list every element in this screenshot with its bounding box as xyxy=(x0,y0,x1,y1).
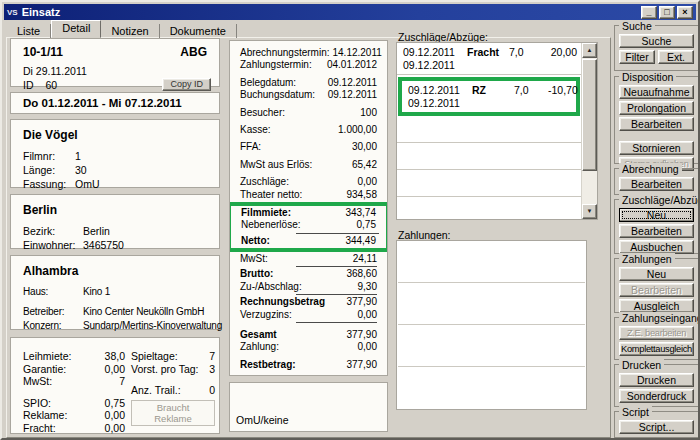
billing-row-abrechnungstermin: Abrechnungstermin:14.12.2011 xyxy=(230,47,387,59)
billing-row-restbetrag: Restbetrag:377,90 xyxy=(230,359,387,371)
neuaufnahme-button[interactable]: Neuaufnahme xyxy=(619,85,694,99)
close-icon[interactable]: × xyxy=(677,6,693,19)
city-box: Berlin Bezirk: Berlin Einwohner: 3465750 xyxy=(10,194,220,249)
tab-dokumente[interactable]: Dokumente xyxy=(160,24,237,38)
scroll-thumb[interactable] xyxy=(582,59,597,171)
cinema-box: Alhambra Haus: Kino 1 Betreiber: Kino Ce… xyxy=(10,255,220,330)
booking-code: ABG xyxy=(180,45,207,59)
sidebar-group-zuschlaege: Zuschläge/Abzüge Neu Bearbeiten Ausbuche… xyxy=(614,199,699,254)
list-item[interactable] xyxy=(398,241,585,283)
period-text: Do 01.12.2011 - Mi 07.12.2011 xyxy=(23,97,207,109)
billing-row-kasse: Kasse:1.000,00 xyxy=(230,124,387,136)
ext-button[interactable]: Ext. xyxy=(658,50,694,64)
billing-row-zahlung: Zahlung:0,00 xyxy=(230,341,387,353)
window: VS Einsatz _ □ × Liste Detail Notizen Do… xyxy=(0,0,700,440)
scroll-up-icon[interactable]: ▲ xyxy=(582,43,597,58)
billing-row-besucher: Besucher:100 xyxy=(230,107,387,119)
film-row-laenge: Länge: 30 xyxy=(23,164,207,176)
sidebar-group-script: Script Script... xyxy=(614,411,699,438)
script-button[interactable]: Script... xyxy=(619,420,694,434)
billing-row-nebenerloese: Nebenerlöse:0,75 xyxy=(231,219,386,231)
list-item[interactable] xyxy=(398,367,585,409)
note-text: OmU/keine xyxy=(236,414,289,426)
ausgleich-button[interactable]: Ausgleich xyxy=(619,299,694,313)
filter-button[interactable]: Filter xyxy=(619,50,655,64)
maximize-icon[interactable]: □ xyxy=(659,6,675,19)
sidebar-group-abrechnung: Abrechnung Bearbeiten xyxy=(614,168,699,195)
condition-row-anz-trail: Anz. Trail.: 0 xyxy=(131,384,215,397)
film-row-fassung: Fassung: OmU xyxy=(23,178,207,190)
billing-row-theater-netto: Theater netto:934,58 xyxy=(230,189,387,201)
condition-row-reklame: Reklame: 0,00 xyxy=(23,409,125,422)
surcharges-list[interactable]: 09.12.2011 Fracht 7,0 20,00 09.12.2011 0… xyxy=(396,42,598,220)
sum-line xyxy=(296,322,377,323)
billing-row-mwst-aus-erloes: MwSt aus Erlös:65,42 xyxy=(230,159,387,171)
billing-row-buchungsdatum: Buchungsdatum:09.12.2011 xyxy=(230,89,387,101)
ze-bearbeiten-button: Z.E. bearbeiten xyxy=(619,326,694,340)
billing-row-zuschlaege: Zuschläge:0,00 xyxy=(230,176,387,188)
copy-id-button[interactable]: Copy ID xyxy=(162,78,211,91)
surcharge-row-rz[interactable]: 09.12.2011 RZ 7,0 -10,70 09.12.2011 xyxy=(402,81,576,112)
tab-notizen[interactable]: Notizen xyxy=(101,24,159,38)
minimize-icon[interactable]: _ xyxy=(641,6,657,19)
booking-id-value: 60 xyxy=(46,79,58,91)
scroll-down-icon[interactable]: ▼ xyxy=(582,204,597,219)
billing-row-rechnungsbetrag: Rechnungsbetrag377,90 xyxy=(230,296,387,308)
stornieren-button[interactable]: Stornieren xyxy=(619,141,694,155)
surcharge-row-fracht[interactable]: 09.12.2011 Fracht 7,0 20,00 09.12.2011 xyxy=(397,43,581,75)
payments-list[interactable] xyxy=(396,240,587,410)
conditions-box: Leihmiete: 38,0 Garantie: 0,00 MwSt: 7 S… xyxy=(10,337,220,434)
booking-id-label: ID xyxy=(23,79,34,91)
list-item[interactable] xyxy=(397,170,581,197)
disposition-bearbeiten-button[interactable]: Bearbeiten xyxy=(619,117,694,131)
condition-row-vorst-pro-tag: Vorst. pro Tag: 3 xyxy=(131,363,215,376)
zahlungen-neu-button[interactable]: Neu xyxy=(619,267,694,281)
braucht-reklame-button[interactable]: Braucht Reklame xyxy=(131,400,215,426)
list-item[interactable] xyxy=(398,283,585,325)
zuschlaege-neu-button[interactable]: Neu xyxy=(619,208,694,222)
cinema-row-konzern: Konzern: Sundarp/Mertins-Kinoverwaltung xyxy=(23,320,207,332)
scrollbar[interactable]: ▲ ▼ xyxy=(581,43,597,219)
abrechnung-bearbeiten-button[interactable]: Bearbeiten xyxy=(619,177,694,191)
billing-row-netto: Netto:344,49 xyxy=(231,235,386,247)
sidebar-group-disposition: Disposition Neuaufnahme Prolongation Bea… xyxy=(614,76,699,164)
list-item[interactable] xyxy=(397,116,581,143)
booking-date: Di 29.11.2011 xyxy=(23,65,207,77)
highlight-box-billing: Filmmiete:343,74 Nebenerlöse:0,75 Netto:… xyxy=(229,202,388,252)
billing-row-belegdatum: Belegdatum:09.12.2011 xyxy=(230,77,387,89)
sum-line xyxy=(296,266,377,267)
list-item[interactable] xyxy=(397,143,581,170)
sum-line xyxy=(296,294,377,295)
billing-box: Abrechnungstermin:14.12.2011 Zahlungster… xyxy=(229,40,388,376)
list-item[interactable] xyxy=(398,325,585,367)
sonderdruck-button[interactable]: Sonderdruck xyxy=(619,389,694,403)
billing-row-ffa: FFA:30,00 xyxy=(230,141,387,153)
booking-number: 10-1/11 xyxy=(23,45,63,59)
titlebar[interactable]: VS Einsatz _ □ × xyxy=(4,4,696,20)
prolongation-button[interactable]: Prolongation xyxy=(619,101,694,115)
city-row-einwohner: Einwohner: 3465750 xyxy=(23,239,207,251)
ausbuchen-button[interactable]: Ausbuchen xyxy=(619,240,694,254)
note-box: OmU/keine xyxy=(229,382,388,432)
cinema-title: Alhambra xyxy=(23,264,207,278)
city-row-bezirk: Bezirk: Berlin xyxy=(23,225,207,237)
tab-detail[interactable]: Detail xyxy=(51,20,101,38)
billing-row-mwst: MwSt:24,11 xyxy=(230,253,387,265)
billing-row-zu-abschlag: Zu-/Abschlag:9,30 xyxy=(230,281,387,293)
tab-bar: Liste Detail Notizen Dokumente xyxy=(7,23,237,38)
drucken-button[interactable]: Drucken xyxy=(619,373,694,387)
billing-row-gesamt: Gesamt377,90 xyxy=(230,329,387,341)
suche-button[interactable]: Suche xyxy=(619,34,694,48)
tab-liste[interactable]: Liste xyxy=(7,24,51,38)
zahlungen-bearbeiten-button: Bearbeiten xyxy=(619,283,694,297)
zuschlaege-bearbeiten-button[interactable]: Bearbeiten xyxy=(619,224,694,238)
sidebar-group-suche: Suche Suche Filter Ext. xyxy=(614,25,699,71)
condition-row-fracht: Fracht: 0,00 xyxy=(23,422,125,435)
app-icon: VS xyxy=(7,8,18,17)
city-title: Berlin xyxy=(23,203,207,217)
billing-row-brutto: Brutto:368,60 xyxy=(230,268,387,280)
sidebar-group-drucken: Drucken Drucken Sonderdruck xyxy=(614,364,699,407)
cinema-row-haus: Haus: Kino 1 xyxy=(23,286,207,298)
billing-row-zahlungstermin: Zahlungstermin:04.01.2012 xyxy=(230,59,387,71)
komplettausgleich-button[interactable]: Komplettausgleich xyxy=(619,342,694,356)
